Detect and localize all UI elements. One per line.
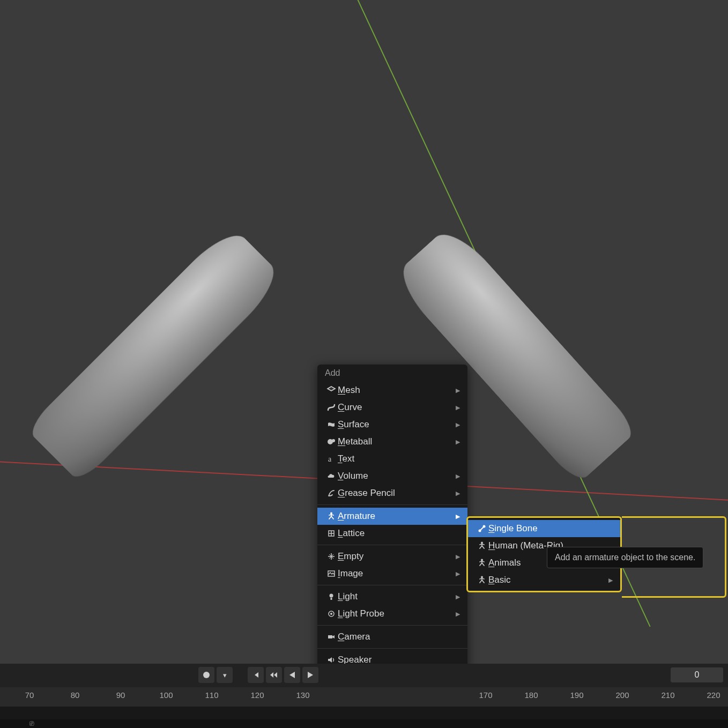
submenu-arrow-icon: ▶ [456,473,460,480]
add-menu-item-lattice[interactable]: Lattice [317,525,467,542]
timeline-ruler[interactable]: 708090100110120130170180190200210220 [0,687,728,707]
add-menu-item-curve[interactable]: Curve▶ [317,399,467,416]
timeline-track[interactable] [0,707,728,719]
menu-item-label: Light Probe [338,608,456,619]
ruler-tick: 200 [615,690,629,700]
menu-item-label: Surface [338,419,456,430]
submenu-arrow-icon: ▶ [608,577,613,584]
armature-submenu-item-single-bone[interactable]: Single Bone [468,520,620,537]
add-menu-item-mesh[interactable]: Mesh▶ [317,382,467,399]
submenu-arrow-icon: ▶ [456,404,460,411]
menu-separator [317,648,467,649]
ruler-tick: 180 [524,690,538,700]
menu-item-label: Mesh [338,385,456,396]
ruler-tick: 220 [707,690,720,700]
curve-icon [325,403,338,412]
submenu-arrow-icon: ▶ [456,421,460,428]
armature-icon [325,511,338,521]
svg-text:a: a [328,455,332,463]
play-icon[interactable] [302,667,318,683]
ruler-tick: 70 [25,690,34,700]
light-icon [325,592,338,601]
menu-item-label: Volume [338,471,456,481]
menu-item-label: Curve [338,402,456,413]
add-menu-title: Add [317,365,467,382]
submenu-arrow-icon: ▶ [456,387,460,394]
armature-icon [476,541,488,551]
submenu-arrow-icon: ▶ [456,553,460,560]
submenu-arrow-icon: ▶ [456,593,460,600]
armature-icon [476,558,488,568]
chevron-down-icon[interactable]: ▾ [217,667,233,683]
ruler-tick: 110 [205,690,218,700]
menu-separator [317,585,467,585]
status-bar: ⎚ [0,719,728,728]
auto-keying-toggle[interactable] [198,667,214,683]
volume-icon [325,471,338,481]
menu-item-label: Basic [488,575,608,585]
play-reverse-icon[interactable] [284,667,300,683]
camera-icon [325,632,338,642]
bone-icon [476,524,488,533]
add-menu-item-image[interactable]: Image▶ [317,565,467,582]
menu-item-label: Armature [338,511,456,522]
lattice-icon [325,529,338,538]
add-menu-item-volume[interactable]: Volume▶ [317,467,467,485]
transport-controls: ▾ [198,667,318,683]
menu-item-label: Metaball [338,436,456,447]
mouse-hint-icon: ⎚ [29,719,34,727]
submenu-arrow-icon: ▶ [456,439,460,445]
add-menu-item-armature[interactable]: Armature▶ [317,508,467,525]
menu-separator [317,504,467,505]
menu-separator [317,625,467,626]
add-menu-item-metaball[interactable]: Metaball▶ [317,433,467,450]
empty-icon [325,552,338,561]
menu-item-label: Empty [338,551,456,562]
text-icon: a [325,454,338,464]
armature-submenu-item-basic[interactable]: Basic▶ [468,571,620,589]
current-frame-field[interactable]: 0 [670,667,724,683]
gpencil-icon [325,488,338,498]
ruler-tick: 80 [71,690,80,700]
add-menu-item-camera[interactable]: Camera [317,628,467,645]
svg-point-9 [330,613,332,615]
ruler-tick: 100 [159,690,173,700]
armature-icon [476,575,488,585]
svg-point-14 [479,530,481,532]
ruler-tick: 90 [116,690,125,700]
add-menu-item-surface[interactable]: Surface▶ [317,416,467,433]
ruler-tick: 120 [250,690,264,700]
ruler-tick: 130 [296,690,309,700]
ruler-tick: 210 [661,690,674,700]
image-icon [325,569,338,578]
svg-point-6 [330,594,333,598]
menu-item-label: Text [338,454,460,464]
add-menu-item-grease-pencil[interactable]: Grease Pencil▶ [317,485,467,502]
menu-item-label: Light [338,591,456,602]
svg-rect-7 [331,598,332,600]
menu-item-label: Single Bone [488,523,613,534]
jump-start-icon[interactable] [248,667,264,683]
ruler-tick: 190 [570,690,583,700]
menu-item-label: Image [338,568,456,579]
menu-item-label: Grease Pencil [338,488,456,499]
add-menu-item-text[interactable]: aText [317,450,467,467]
submenu-arrow-icon: ▶ [456,611,460,618]
svg-point-1 [332,439,335,442]
tooltip: Add an armature object to the scene. [547,547,703,568]
submenu-arrow-icon: ▶ [456,570,460,577]
lightprobe-icon [325,609,338,619]
submenu-arrow-icon: ▶ [456,490,460,497]
menu-item-label: Lattice [338,528,460,539]
menu-item-label: Camera [338,632,460,642]
add-menu-item-light[interactable]: Light▶ [317,588,467,605]
surface-icon [325,420,338,429]
add-menu-item-light-probe[interactable]: Light Probe▶ [317,605,467,622]
metaball-icon [325,437,338,447]
svg-point-15 [483,525,486,528]
submenu-arrow-icon: ▶ [456,513,460,520]
prev-keyframe-icon[interactable] [266,667,282,683]
mesh-arm-left[interactable] [26,224,285,484]
add-menu-item-empty[interactable]: Empty▶ [317,548,467,565]
menu-separator [317,545,467,545]
